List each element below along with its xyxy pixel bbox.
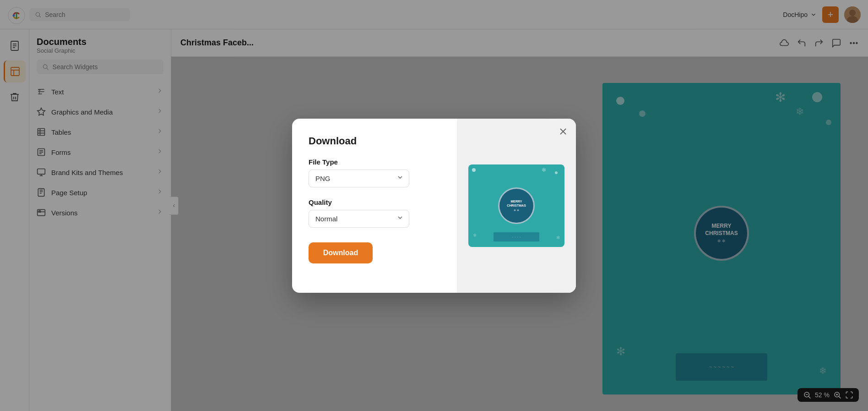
modal-close-button[interactable] — [558, 126, 569, 139]
modal-right-panel: ✻ ❄ ✻ MERRYCHRISTMAS ✻ ✻ ~ ~ ~ ~ — [457, 119, 576, 293]
modal-title: Download — [309, 135, 440, 147]
modal-left-panel: Download File Type PNG JPG PDF SVG Qua — [292, 119, 457, 293]
file-type-label: File Type — [309, 158, 440, 166]
preview-card: ✻ ❄ ✻ MERRYCHRISTMAS ✻ ✻ ~ ~ ~ ~ — [468, 164, 564, 247]
quality-group: Quality Low Normal High — [309, 198, 440, 228]
quality-label: Quality — [309, 198, 440, 206]
modal-overlay: Download File Type PNG JPG PDF SVG Qua — [0, 0, 868, 411]
download-button[interactable]: Download — [309, 242, 373, 263]
quality-select-wrapper[interactable]: Low Normal High — [309, 210, 409, 228]
quality-select[interactable]: Low Normal High — [309, 210, 409, 228]
download-modal: Download File Type PNG JPG PDF SVG Qua — [292, 119, 576, 293]
file-type-select[interactable]: PNG JPG PDF SVG — [309, 170, 409, 187]
file-type-select-wrapper[interactable]: PNG JPG PDF SVG — [309, 170, 409, 187]
file-type-group: File Type PNG JPG PDF SVG — [309, 158, 440, 187]
